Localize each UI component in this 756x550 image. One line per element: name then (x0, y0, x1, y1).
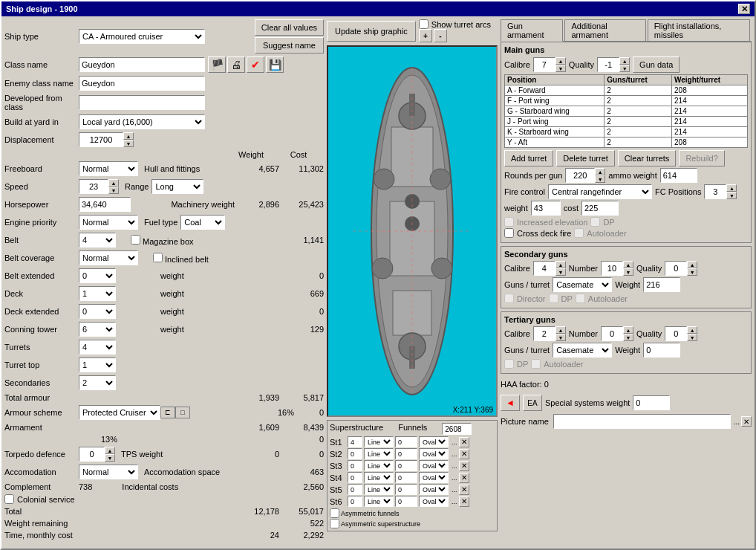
st2-close[interactable]: ✕ (459, 449, 469, 459)
tert-qual-up[interactable]: ▲ (687, 326, 697, 334)
show-turret-arcs-checkbox[interactable] (419, 19, 428, 29)
st6-close[interactable]: ✕ (459, 496, 469, 507)
cross-deck-fire-checkbox[interactable] (504, 228, 514, 238)
ammo-weight-input[interactable] (660, 168, 697, 183)
picture-ellipsis[interactable]: ... (734, 418, 740, 426)
sec-quality-input[interactable] (665, 261, 687, 276)
belt-coverage-select[interactable]: Normal (79, 250, 138, 265)
gun-data-button[interactable]: Gun data (633, 56, 680, 73)
deck-select[interactable]: 1 (79, 286, 116, 301)
rebuild-button[interactable]: Rebuild? (679, 150, 724, 166)
sec-weight-input[interactable] (643, 277, 680, 292)
save-icon[interactable]: 💾 (266, 56, 284, 73)
armour-icon2[interactable]: □ (175, 407, 190, 418)
picture-name-input[interactable] (553, 414, 731, 429)
close-button[interactable]: ✕ (738, 4, 750, 14)
st6-fval[interactable] (395, 496, 417, 507)
turret-top-select[interactable]: 1 (79, 358, 116, 372)
asym-funnels-checkbox[interactable] (330, 508, 339, 518)
sec-calibre-up[interactable]: ▲ (555, 261, 566, 268)
st4-fval[interactable] (395, 472, 417, 483)
st3-fval[interactable] (395, 460, 417, 471)
special-systems-input[interactable] (633, 395, 670, 410)
print-icon[interactable]: 🖨 (227, 56, 245, 73)
calibre-down[interactable]: ▼ (555, 65, 566, 72)
st2-input[interactable] (348, 448, 362, 459)
quality-input[interactable] (597, 57, 619, 72)
tert-calibre-down[interactable]: ▼ (555, 334, 566, 341)
deck-extended-select[interactable]: 0 (79, 304, 116, 319)
sec-num-down[interactable]: ▼ (623, 268, 633, 276)
tab-gun-armament[interactable]: Gun armament (501, 19, 563, 42)
funnels-input[interactable] (442, 423, 472, 435)
enemy-class-input[interactable] (79, 76, 205, 91)
suggest-name-button[interactable]: Suggest name (255, 37, 324, 54)
picture-close[interactable]: ✕ (741, 416, 752, 427)
ea-button[interactable]: EA (523, 395, 542, 411)
sec-number-input[interactable] (601, 261, 623, 276)
fc-positions-input[interactable] (704, 184, 726, 199)
st3-oval[interactable]: Oval (419, 460, 449, 471)
fuel-type-select[interactable]: Coal (180, 215, 225, 230)
check-icon[interactable]: ✔ (247, 56, 264, 73)
sec-qual-up[interactable]: ▲ (687, 261, 697, 268)
tert-num-up[interactable]: ▲ (623, 326, 633, 334)
st1-oval[interactable]: Oval (419, 436, 449, 447)
build-at-select[interactable]: Local yard (16,000) (79, 114, 205, 129)
accommodation-select[interactable]: Normal (79, 465, 138, 479)
tert-calibre-input[interactable] (533, 326, 555, 341)
st6-input[interactable] (348, 496, 362, 507)
st4-close[interactable]: ✕ (459, 473, 469, 483)
belt-extended-select[interactable]: 0 (79, 268, 116, 283)
torpedo-down[interactable]: ▼ (105, 454, 115, 462)
inclined-belt-checkbox[interactable] (153, 253, 163, 262)
quality-down[interactable]: ▼ (619, 65, 630, 72)
st4-input[interactable] (348, 472, 362, 483)
calibre-up[interactable]: ▲ (555, 57, 566, 65)
tert-number-input[interactable] (601, 326, 623, 341)
st5-close[interactable]: ✕ (459, 485, 469, 495)
st5-oval[interactable]: Oval (419, 484, 449, 495)
special-arrow-btn[interactable]: ◄ (501, 395, 520, 411)
fc-down[interactable]: ▼ (726, 192, 737, 199)
ship-type-select[interactable]: CA - Armoured cruiser (79, 29, 205, 44)
developed-input[interactable] (79, 95, 205, 110)
st6-type[interactable]: Line (364, 496, 394, 507)
clear-all-button[interactable]: Clear all values (255, 19, 324, 36)
sec-guns-turret-select[interactable]: Casemate (553, 277, 612, 292)
clear-turrets-button[interactable]: Clear turrets (618, 150, 677, 166)
rounds-input[interactable] (565, 168, 595, 183)
conning-tower-select[interactable]: 6 (79, 322, 116, 337)
st5-input[interactable] (348, 484, 362, 495)
st2-oval[interactable]: Oval (419, 448, 449, 459)
fc-up[interactable]: ▲ (726, 184, 737, 192)
displacement-down[interactable]: ▼ (123, 140, 134, 147)
range-select[interactable]: Long (151, 179, 203, 194)
minus-button[interactable]: - (434, 29, 447, 42)
st4-type[interactable]: Line (364, 472, 394, 483)
engine-priority-select[interactable]: Normal (79, 215, 138, 230)
tab-flight-installations[interactable]: Flight installations, missiles (648, 19, 750, 41)
displacement-up[interactable]: ▲ (123, 132, 134, 140)
horsepower-input[interactable] (79, 197, 131, 212)
st6-oval[interactable]: Oval (419, 496, 449, 507)
sec-calibre-down[interactable]: ▼ (555, 268, 566, 276)
fc-cost-input[interactable] (581, 201, 619, 216)
armour-scheme-select[interactable]: Protected Cruiser (79, 405, 160, 420)
asym-super-checkbox[interactable] (330, 519, 339, 528)
st5-fval[interactable] (395, 484, 417, 495)
belt-select[interactable]: 4 (79, 233, 116, 248)
update-ship-button[interactable]: Update ship graphic (327, 21, 416, 42)
tert-calibre-up[interactable]: ▲ (555, 326, 566, 334)
fc-weight-input[interactable] (531, 201, 561, 216)
torpedo-up[interactable]: ▲ (105, 447, 115, 454)
sec-num-up[interactable]: ▲ (623, 261, 633, 268)
freeboard-select[interactable]: Normal (79, 161, 138, 176)
tert-guns-turret-select[interactable]: Casemate (553, 343, 612, 358)
delete-turret-button[interactable]: Delete turret (556, 150, 615, 166)
fire-control-select[interactable]: Central rangefinder (548, 184, 652, 199)
speed-up[interactable]: ▲ (108, 179, 119, 187)
plus-button[interactable]: + (419, 29, 432, 42)
st1-type[interactable]: Line (364, 436, 394, 447)
st5-type[interactable]: Line (364, 484, 394, 495)
